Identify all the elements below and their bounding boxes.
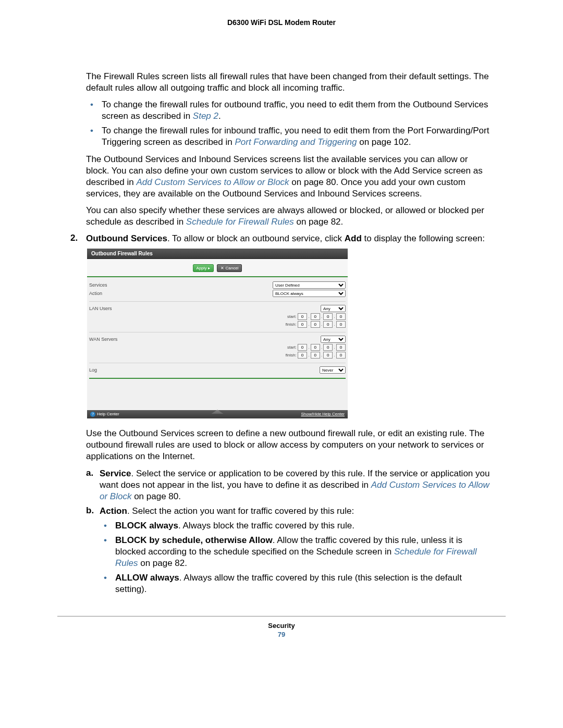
wan-finish-oct4[interactable] (336, 352, 346, 359)
footer-section: Security (57, 622, 506, 630)
bullet-outbound: To change the firewall rules for outboun… (86, 99, 493, 122)
wan-start-oct2[interactable] (311, 344, 320, 351)
sub-b: b. Action. Select the action you want fo… (86, 505, 493, 517)
lan-finish-oct1[interactable] (298, 321, 307, 328)
paragraph-schedule: You can also specify whether these servi… (86, 205, 493, 228)
doc-title: D6300 WiFi DSL Modem Router (0, 18, 563, 27)
sub-a: a. Service. Select the service or applic… (86, 468, 493, 502)
expand-arrow-icon[interactable] (211, 410, 224, 414)
link-port-forwarding[interactable]: Port Forwarding and Triggering (235, 137, 357, 147)
wan-servers-select[interactable]: Any (321, 336, 346, 343)
lan-start-oct2[interactable] (311, 313, 320, 320)
after-screenshot-paragraph: Use the Outbound Services screen to defi… (86, 428, 493, 462)
lan-finish-oct4[interactable] (336, 321, 346, 328)
action-select[interactable]: BLOCK always (273, 290, 346, 297)
bullet-block-always: BLOCK always. Always block the traffic c… (100, 520, 493, 532)
lan-users-select[interactable]: Any (321, 305, 346, 312)
lan-start-oct3[interactable] (323, 313, 333, 320)
cancel-button[interactable]: ✕ Cancel (217, 264, 242, 272)
wan-start-oct1[interactable] (298, 344, 307, 351)
wan-servers-label: WAN Servers (89, 337, 162, 342)
intro-paragraph: The Firewall Rules screen lists all fire… (86, 71, 493, 94)
apply-button[interactable]: Apply ▸ (193, 264, 214, 272)
link-add-custom-services-1[interactable]: Add Custom Services to Allow or Block (136, 177, 289, 187)
lan-users-label: LAN Users (89, 306, 162, 311)
intro-bullets: To change the firewall rules for outboun… (86, 99, 493, 148)
bullet-block-schedule: BLOCK by schedule, otherwise Allow. Allo… (100, 535, 493, 569)
help-center-label[interactable]: ?Help Center (90, 412, 119, 417)
page-footer: Security 79 (57, 616, 506, 638)
link-schedule-1[interactable]: Schedule for Firewall Rules (186, 217, 294, 227)
lan-finish-oct2[interactable] (311, 321, 320, 328)
wan-finish-oct3[interactable] (323, 352, 333, 359)
step-number: 2. (70, 233, 86, 244)
outbound-firewall-rules-screenshot: Outbound Firewall Rules Apply ▸ ✕ Cancel… (87, 249, 348, 418)
help-icon: ? (90, 412, 95, 417)
paragraph-custom-services: The Outbound Services and Inbound Servic… (86, 154, 493, 200)
bullet-allow-always: ALLOW always. Always allow the traffic c… (100, 572, 493, 595)
log-select[interactable]: Never (320, 366, 346, 374)
step-2: 2. Outbound Services. To allow or block … (70, 233, 493, 244)
wan-finish-oct2[interactable] (311, 352, 320, 359)
action-bullets: BLOCK always. Always block the traffic c… (86, 520, 493, 596)
services-select[interactable]: User Defined (273, 281, 346, 289)
panel-title: Outbound Firewall Rules (87, 249, 348, 259)
lan-finish-oct3[interactable] (323, 321, 333, 328)
log-label: Log (89, 367, 162, 373)
wan-start-oct3[interactable] (323, 344, 333, 351)
wan-finish-oct1[interactable] (298, 352, 307, 359)
lan-start-oct4[interactable] (336, 313, 346, 320)
lan-start-oct1[interactable] (298, 313, 307, 320)
services-label: Services (89, 282, 162, 288)
show-hide-help-link[interactable]: Show/Hide Help Center (301, 412, 345, 417)
bullet-inbound: To change the firewall rules for inbound… (86, 125, 493, 148)
footer-page-number: 79 (57, 631, 506, 638)
wan-start-oct4[interactable] (336, 344, 346, 351)
link-step-2[interactable]: Step 2 (193, 111, 218, 121)
action-label: Action (89, 291, 162, 296)
